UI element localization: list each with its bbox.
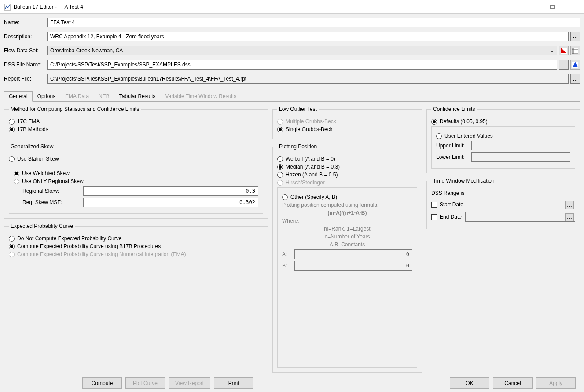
plotting-where: Where:: [282, 218, 412, 224]
regional-skew-input[interactable]: [83, 186, 258, 196]
confidence-group: Confidence Limits Defaults (0.05, 0.95) …: [426, 106, 580, 173]
plot-data-icon-button[interactable]: [559, 46, 569, 55]
radio-hazen[interactable]: Hazen (A and B = 0.5): [277, 172, 417, 178]
time-window-group: Time Window Modification DSS Range is St…: [426, 178, 580, 229]
print-button[interactable]: Print: [214, 377, 253, 389]
radio-multiple-grubbs: Multiple Grubbs-Beck: [277, 118, 417, 125]
radio-weighted-skew[interactable]: Use Weighted Skew: [14, 170, 258, 176]
apply-button: Apply: [536, 377, 576, 389]
radio-expected-b17b[interactable]: Compute Expected Probability Curve using…: [9, 243, 263, 249]
radio-hirsch: Hirsch/Stedinger: [277, 180, 417, 186]
lower-limit-label: Lower Limit:: [436, 154, 468, 160]
radio-expected-ema: Compute Expected Probability Curve using…: [9, 251, 263, 257]
radio-regional-skew[interactable]: Use ONLY Regional Skew: [14, 178, 258, 184]
method-group: Method for Computing Statistics and Conf…: [4, 106, 268, 139]
radio-weibull[interactable]: Weibull (A and B = 0): [277, 156, 417, 162]
ok-button[interactable]: OK: [450, 377, 489, 389]
plotting-ab: A,B=Constants: [282, 242, 412, 248]
b-input: [294, 261, 412, 271]
description-label: Description:: [4, 33, 45, 40]
method-legend: Method for Computing Statistics and Conf…: [9, 106, 141, 112]
dss-plot-icon-button[interactable]: [570, 60, 580, 70]
radio-conf-defaults[interactable]: Defaults (0.05, 0.95): [431, 118, 575, 125]
chevron-down-icon: ⌄: [550, 48, 554, 54]
radio-single-grubbs[interactable]: Single Grubbs-Beck: [277, 126, 417, 132]
tab-bar: General Options EMA Data NEB Tabular Res…: [4, 91, 580, 102]
b-label: B:: [282, 263, 291, 269]
dss-file-label: DSS File Name:: [4, 62, 45, 68]
titlebar: Bulletin 17 Editor - FFA Test 4: [0, 0, 584, 14]
flow-data-value: Orestimba Creek-Newman, CA: [50, 48, 123, 54]
check-end-date[interactable]: End Date: [431, 214, 462, 220]
radio-median[interactable]: Median (A and B = 0.3): [277, 164, 417, 170]
lower-limit-input: [471, 152, 570, 162]
minimize-button[interactable]: [522, 0, 542, 14]
cancel-button[interactable]: Cancel: [493, 377, 533, 389]
report-file-input: [47, 74, 569, 84]
outlier-legend: Low Outlier Test: [277, 106, 319, 112]
upper-limit-input: [471, 141, 570, 150]
svg-rect-2: [551, 5, 554, 9]
plotting-group: Plotting Position Weibull (A and B = 0) …: [272, 143, 422, 373]
tab-options[interactable]: Options: [33, 91, 60, 102]
regional-skew-label: Regional Skew:: [22, 188, 80, 194]
flow-data-select[interactable]: Orestimba Creek-Newman, CA ⌄: [47, 46, 557, 55]
expected-group: Expected Probablity Curve Do Not Compute…: [4, 223, 268, 264]
dss-file-input[interactable]: [47, 60, 557, 70]
name-label: Name:: [4, 19, 45, 26]
maximize-button[interactable]: [542, 0, 562, 14]
report-browse-button[interactable]: …: [570, 74, 580, 84]
radio-expected-none[interactable]: Do Not Compute Expected Probability Curv…: [9, 235, 263, 242]
name-input[interactable]: [47, 18, 580, 27]
end-date-input: …: [465, 212, 575, 222]
close-button[interactable]: [562, 0, 583, 14]
outlier-group: Low Outlier Test Multiple Grubbs-Beck Si…: [272, 106, 422, 139]
table-data-icon-button[interactable]: [570, 46, 580, 55]
view-report-button: View Report: [169, 377, 210, 389]
a-label: A:: [282, 251, 291, 257]
start-date-browse: …: [565, 201, 574, 209]
radio-conf-user[interactable]: User Entered Values: [436, 133, 570, 139]
radio-station-skew[interactable]: Use Station Skew: [9, 156, 263, 162]
radio-17b-methods[interactable]: 17B Methods: [9, 126, 263, 132]
dss-range-label: DSS Range is: [431, 190, 575, 196]
flow-data-label: Flow Data Set:: [4, 48, 45, 54]
app-icon: [4, 4, 11, 11]
compute-button[interactable]: Compute: [82, 377, 122, 389]
editor-window: Bulletin 17 Editor - FFA Test 4 Name: De…: [0, 0, 584, 392]
bottom-bar: Compute Plot Curve View Report Print OK …: [4, 374, 580, 392]
skew-legend: Generalized Skew: [9, 143, 55, 150]
window-title: Bulletin 17 Editor - FFA Test 4: [14, 4, 522, 10]
end-date-browse: …: [565, 213, 574, 221]
a-input: [294, 249, 412, 259]
upper-limit-label: Upper Limit:: [436, 143, 468, 149]
radio-17c-ema[interactable]: 17C EMA: [9, 118, 263, 125]
plotting-formula: (m-A)/(n+1-A-B): [282, 210, 412, 216]
skew-group: Generalized Skew Use Station Skew Use We…: [4, 143, 268, 219]
tab-general[interactable]: General: [4, 91, 33, 102]
plot-curve-button: Plot Curve: [125, 377, 165, 389]
description-browse-button[interactable]: …: [570, 32, 580, 41]
time-window-legend: Time Window Modification: [431, 178, 496, 184]
confidence-legend: Confidence Limits: [431, 106, 477, 112]
start-date-input: …: [467, 200, 575, 209]
tab-variable-time-window: Variable Time Window Results: [161, 91, 242, 102]
plotting-m: m=Rank, 1=Largest: [282, 226, 412, 232]
radio-other-ab[interactable]: Other (Specify A, B): [282, 194, 412, 200]
plotting-n: n=Number of Years: [282, 234, 412, 240]
plotting-info-1: Plotting position computed using formula: [282, 202, 412, 208]
svg-rect-6: [572, 48, 578, 54]
tab-ema-data: EMA Data: [60, 91, 94, 102]
expected-legend: Expected Probablity Curve: [9, 223, 75, 229]
check-start-date[interactable]: Start Date: [431, 201, 463, 208]
report-file-label: Report File:: [4, 76, 45, 82]
tab-tabular-results[interactable]: Tabular Results: [114, 91, 161, 102]
skew-mse-input[interactable]: [83, 198, 258, 207]
plotting-legend: Plotting Position: [277, 143, 319, 150]
tab-neb: NEB: [94, 91, 114, 102]
dss-browse-button[interactable]: …: [559, 60, 569, 70]
skew-mse-label: Reg. Skew MSE:: [22, 199, 80, 205]
description-input[interactable]: [47, 32, 569, 41]
